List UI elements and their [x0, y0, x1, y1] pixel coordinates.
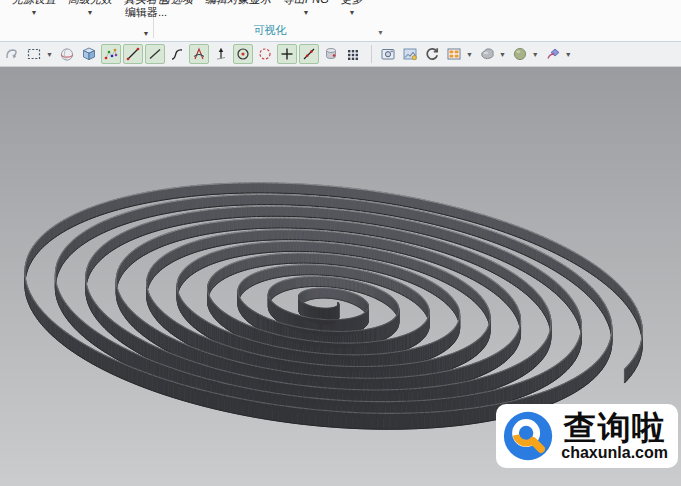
ribbon-button-preferences[interactable]: 首选项	[160, 0, 193, 6]
ribbon-button-label: 高级光效	[68, 0, 112, 6]
chaxunla-logo-icon	[501, 408, 557, 464]
chevron-down-icon[interactable]: ▼	[31, 9, 38, 17]
line-icon[interactable]	[123, 44, 143, 64]
curve-toolbar: ▼▼▼▼▼	[0, 42, 681, 67]
cad-application-window: 光源设置 ▼ 高级光效 ▼ 真实着色 编辑器... ▼ 首选项 编辑对象显示	[0, 0, 681, 486]
ribbon-visualization-tab: 光源设置 ▼ 高级光效 ▼ 真实着色 编辑器... ▼ 首选项 编辑对象显示	[0, 0, 681, 42]
render-style-icon[interactable]	[477, 44, 497, 64]
chevron-down-icon[interactable]: ▼	[46, 51, 53, 58]
ribbon-group-visualization: 首选项 编辑对象显示 导出PNG ▼ 更多 ▼ 可视化 ▼	[154, 0, 386, 41]
point-set-icon[interactable]	[101, 44, 121, 64]
watermark-title: 查询啦	[564, 411, 666, 444]
export-image-icon[interactable]	[400, 44, 420, 64]
material-sphere-icon[interactable]	[510, 44, 530, 64]
ribbon-button-light-settings[interactable]: 光源设置 ▼	[12, 0, 56, 41]
chevron-down-icon[interactable]: ▼	[565, 51, 572, 58]
orientation-icon[interactable]	[543, 44, 563, 64]
sketch-line-icon[interactable]	[145, 44, 165, 64]
ribbon-button-label: 首选项	[160, 0, 193, 6]
ribbon-button-edit-object-display[interactable]: 编辑对象显示	[205, 0, 271, 6]
fit-curve-icon[interactable]	[189, 44, 209, 64]
ribbon-button-label: 编辑对象显示	[205, 0, 271, 6]
datum-axis-icon[interactable]	[211, 44, 231, 64]
ribbon-button-label: 导出PNG	[283, 0, 329, 6]
watermark-badge: 查询啦 chaxunla.com	[496, 404, 678, 468]
chevron-down-icon[interactable]: ▼	[532, 51, 539, 58]
chevron-down-icon[interactable]: ▼	[302, 9, 309, 17]
line-point-icon[interactable]	[299, 44, 319, 64]
ribbon-button-label: 光源设置	[12, 0, 56, 6]
shaded-cube-icon[interactable]	[79, 44, 99, 64]
studio-spline-icon[interactable]	[167, 44, 187, 64]
chevron-down-icon[interactable]: ▼	[348, 9, 355, 17]
window-layout-icon[interactable]	[444, 44, 464, 64]
orbit-ball-icon[interactable]	[57, 44, 77, 64]
marquee-select-icon[interactable]	[24, 44, 44, 64]
chevron-down-icon[interactable]: ▼	[466, 51, 473, 58]
chevron-down-icon[interactable]: ▼	[143, 30, 150, 38]
ribbon-group-label: 可视化	[154, 23, 386, 38]
ribbon-group-lighting: 光源设置 ▼ 高级光效 ▼ 真实着色 编辑器... ▼	[0, 0, 153, 41]
surface-icon[interactable]	[321, 44, 341, 64]
ribbon-button-more[interactable]: 更多 ▼	[341, 0, 363, 17]
snap-hook-icon[interactable]	[2, 44, 22, 64]
ribbon-button-advanced-light[interactable]: 高级光效 ▼	[68, 0, 112, 41]
graphics-window: 查询啦 chaxunla.com	[0, 67, 681, 486]
chevron-down-icon[interactable]: ▼	[499, 51, 506, 58]
capture-image-icon[interactable]	[378, 44, 398, 64]
toolbar-separator	[371, 45, 372, 63]
ribbon-button-export-png[interactable]: 导出PNG ▼	[283, 0, 329, 17]
watermark-url: chaxunla.com	[561, 444, 668, 461]
circle-center-icon[interactable]	[233, 44, 253, 64]
chevron-down-icon[interactable]: ▼	[87, 9, 94, 17]
lattice-icon[interactable]	[343, 44, 363, 64]
ribbon-button-label: 更多	[341, 0, 363, 6]
group-dialog-launcher-icon[interactable]: ▼	[377, 29, 384, 36]
reference-circle-icon[interactable]	[255, 44, 275, 64]
refresh-icon[interactable]	[422, 44, 442, 64]
point-icon[interactable]	[277, 44, 297, 64]
